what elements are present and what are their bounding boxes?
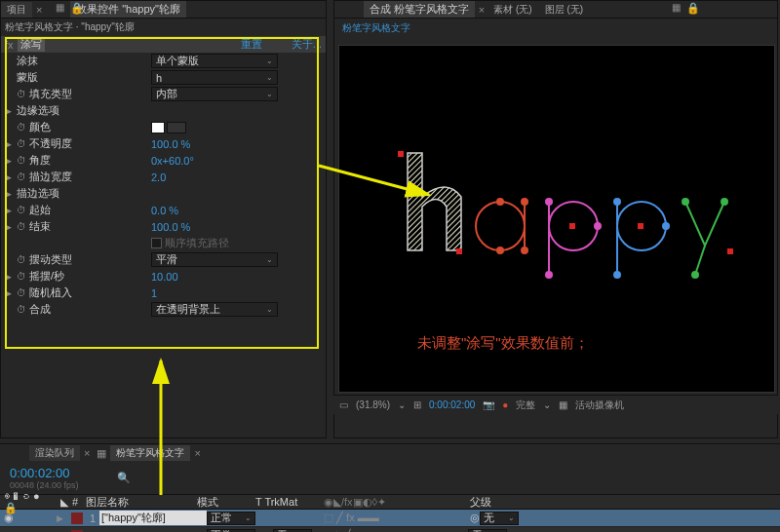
prop-stroke-options[interactable]: ▶描边选项: [1, 185, 326, 202]
effect-tab-bar: 项目 × ▦ 🔒 效果控件 "happy"轮廓: [1, 1, 326, 19]
wiggles-sec-value[interactable]: 10.00: [151, 271, 178, 283]
close-icon[interactable]: ×: [81, 447, 93, 459]
search-icon[interactable]: 🔍: [117, 472, 131, 484]
comp-footer: ▭ (31.8%) ⌄ ⊞ 0:00:02:00 📷 ● 完整 ⌄ ▦ 活动摄像…: [333, 395, 778, 414]
composite-select[interactable]: 在透明背景上⌄: [151, 302, 278, 317]
opacity-value[interactable]: 100.0 %: [151, 138, 190, 150]
col-parent[interactable]: 父级: [466, 495, 495, 510]
svg-point-5: [497, 199, 503, 205]
prop-stroke-width[interactable]: ▶⏱描边宽度2.0: [1, 169, 326, 185]
layer-2-parent[interactable]: 无⌄: [468, 529, 507, 533]
svg-point-7: [497, 247, 503, 253]
svg-point-12: [546, 272, 552, 278]
effect-breadcrumb: 粉笔字风格文字 · "happy"轮廓: [1, 19, 326, 36]
col-trkmat[interactable]: T TrkMat: [252, 496, 320, 508]
color-swatch[interactable]: [151, 122, 165, 133]
svg-rect-1: [398, 151, 404, 157]
happy-text-graphic: [388, 143, 739, 280]
svg-point-17: [614, 199, 620, 205]
quality-label[interactable]: 完整: [516, 399, 535, 412]
tab-footage[interactable]: 素材 (无): [488, 2, 537, 18]
col-layer-name[interactable]: 图层名称: [82, 495, 193, 510]
col-mode[interactable]: 模式: [193, 495, 252, 510]
angle-value[interactable]: 0x+60.0°: [151, 155, 194, 167]
prop-edge-options[interactable]: ▶边缘选项: [1, 102, 326, 119]
tab-target: "happy"轮廓: [122, 3, 180, 15]
layer-row-1[interactable]: ◉ ▶1 ["happy"轮廓] 正常⌄ ⬚ ╱ fx ▬▬ ◎ 无⌄: [0, 510, 780, 527]
col-label[interactable]: ◣: [57, 496, 68, 509]
prop-composite[interactable]: ⏱合成在透明背景上⌄: [1, 301, 326, 318]
reset-link[interactable]: 重置: [241, 37, 262, 52]
tab-render-queue[interactable]: 渲染队列: [29, 445, 80, 461]
svg-rect-25: [727, 248, 733, 254]
about-link[interactable]: 关于...: [292, 37, 322, 52]
close-icon[interactable]: ×: [191, 447, 203, 459]
layer-1-mode[interactable]: 正常⌄: [207, 512, 255, 525]
svg-point-23: [722, 199, 727, 205]
close-icon[interactable]: ×: [33, 4, 45, 16]
svg-point-19: [663, 223, 669, 229]
svg-point-3: [476, 202, 525, 250]
prop-mask[interactable]: 蒙版h⌄: [1, 69, 326, 86]
layer-1-parent[interactable]: 无⌄: [480, 512, 519, 525]
svg-rect-14: [569, 223, 575, 229]
grid-icon[interactable]: ▦: [559, 399, 567, 410]
panel-icons: ▦ 🔒: [56, 2, 87, 15]
tab-layer[interactable]: 图层 (无): [539, 2, 589, 18]
prop-opacity[interactable]: ▶⏱不透明度100.0 %: [1, 135, 326, 152]
timeline-panel: 渲染队列 × ▦ 粉笔字风格文字 × 0:00:02:00 00048 (24.…: [0, 443, 780, 531]
random-seed-value[interactable]: 1: [151, 287, 157, 299]
end-value[interactable]: 100.0 %: [151, 221, 190, 233]
layer-1-name[interactable]: ["happy"轮廓]: [99, 511, 207, 525]
layer-row-2[interactable]: ◉ ▶2 T happy 正常⌄ 无⌄ ⬚ ✦ ╱ ▬▬ ◎ 无⌄: [0, 527, 780, 532]
brush-select[interactable]: 单个蒙版⌄: [151, 54, 278, 68]
wiggle-type-select[interactable]: 平滑⌄: [151, 252, 278, 267]
mask-select[interactable]: h⌄: [151, 70, 278, 85]
zoom-value[interactable]: (31.8%): [356, 399, 390, 410]
prop-wiggle-type[interactable]: ⏱摆动类型平滑⌄: [1, 251, 326, 268]
prop-random-seed[interactable]: ▶⏱随机植入1: [1, 285, 326, 301]
layer-2-trkmat[interactable]: 无⌄: [273, 529, 312, 533]
svg-point-6: [522, 199, 527, 205]
svg-point-8: [522, 247, 527, 253]
prop-color[interactable]: ⏱颜色: [1, 119, 326, 135]
start-value[interactable]: 0.0 %: [151, 205, 178, 216]
layer-2-mode[interactable]: 正常⌄: [207, 529, 255, 533]
composition-preview[interactable]: 未调整"涂写"效果数值前；: [338, 45, 775, 393]
svg-line-21: [695, 246, 705, 275]
checkbox[interactable]: [151, 238, 162, 248]
col-visibility[interactable]: ◉ �စ ● 🔒: [0, 490, 57, 514]
svg-point-18: [614, 272, 620, 278]
tab-effect-controls[interactable]: 效果控件 "happy"轮廓: [70, 1, 186, 18]
stroke-width-value[interactable]: 2.0: [151, 171, 166, 183]
svg-point-22: [682, 199, 688, 205]
prop-angle[interactable]: ▶⏱角度0x+60.0°: [1, 152, 326, 169]
timeline-columns-header: ◉ �စ ● 🔒 ◣ # 图层名称 模式 T TrkMat ◉◣/fx▣◐◊✦ …: [0, 494, 780, 510]
camera-select[interactable]: 活动摄像机: [575, 399, 624, 412]
prop-fill-type[interactable]: ⏱填充类型内部⌄: [1, 86, 326, 102]
comp-breadcrumb[interactable]: 粉笔字风格文字: [334, 19, 777, 38]
magnify-icon[interactable]: ▭: [339, 399, 348, 410]
effect-controls-panel: 项目 × ▦ 🔒 效果控件 "happy"轮廓 粉笔字风格文字 · "happy…: [0, 0, 327, 438]
prop-brush[interactable]: 涂抹单个蒙版⌄: [1, 53, 326, 69]
resolution-icon[interactable]: ⊞: [413, 399, 421, 410]
comp-panel-icons: ▦ 🔒: [672, 2, 703, 15]
snapshot-icon[interactable]: 📷: [483, 399, 494, 410]
prop-seq-fill[interactable]: 顺序填充路径: [1, 235, 326, 251]
tab-comp-timeline[interactable]: 粉笔字风格文字: [110, 445, 190, 461]
effect-title-row[interactable]: fx 涂写 重置 关于...: [1, 36, 326, 53]
fill-type-select[interactable]: 内部⌄: [151, 87, 278, 101]
close-icon[interactable]: ×: [476, 4, 488, 16]
svg-point-24: [692, 272, 698, 278]
prop-end[interactable]: ▶⏱结束100.0 %: [1, 218, 326, 235]
prop-start[interactable]: ▶⏱起始0.0 %: [1, 202, 326, 218]
comp-tab-bar: ▦ 🔒 合成 粉笔字风格文字 × 素材 (无) 图层 (无): [334, 1, 777, 19]
footer-time[interactable]: 0:00:02:00: [429, 399, 475, 410]
channel-icon[interactable]: ●: [502, 399, 508, 410]
prop-wiggles-sec[interactable]: ▶⏱摇摆/秒10.00: [1, 268, 326, 285]
tab-composition[interactable]: 合成 粉笔字风格文字: [364, 1, 475, 18]
timeline-tab-bar: 渲染队列 × ▦ 粉笔字风格文字 ×: [0, 444, 780, 462]
eyedropper-icon[interactable]: [167, 122, 186, 133]
tab-project[interactable]: 项目: [1, 2, 32, 18]
effect-name: 涂写: [18, 37, 45, 52]
